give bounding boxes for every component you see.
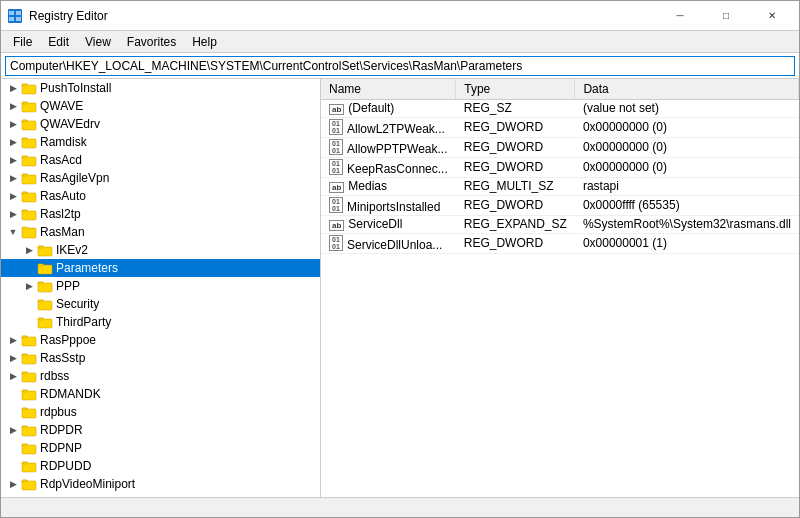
svg-rect-24 xyxy=(22,444,27,446)
column-header-type[interactable]: Type xyxy=(456,79,575,99)
menu-item-edit[interactable]: Edit xyxy=(40,33,77,51)
column-header-name[interactable]: Name xyxy=(321,79,456,99)
expand-arrow-pushtoinstall[interactable]: ▶ xyxy=(5,80,21,96)
expand-arrow-thirdparty[interactable] xyxy=(21,314,37,330)
table-row[interactable]: 0101AllowPPTPWeak...REG_DWORD0x00000000 … xyxy=(321,137,799,157)
cell-type-4: REG_MULTI_SZ xyxy=(456,177,575,195)
tree-item-rdbss[interactable]: ▶rdbss xyxy=(1,367,320,385)
menu-item-view[interactable]: View xyxy=(77,33,119,51)
expand-arrow-rasagilevpn[interactable]: ▶ xyxy=(5,170,21,186)
tree-label-qwavedrv: QWAVEdrv xyxy=(40,117,100,131)
ab-icon: ab xyxy=(329,220,344,231)
tree-label-rdpnp: RDPNP xyxy=(40,441,82,455)
table-row[interactable]: 0101KeepRasConnec...REG_DWORD0x00000000 … xyxy=(321,157,799,177)
table-row[interactable]: 0101MiniportsInstalledREG_DWORD0x0000fff… xyxy=(321,195,799,215)
tree-item-rasauto[interactable]: ▶RasAuto xyxy=(1,187,320,205)
tree-item-ikev2[interactable]: ▶IKEv2 xyxy=(1,241,320,259)
expand-arrow-rassstp[interactable]: ▶ xyxy=(5,350,21,366)
table-row[interactable]: 0101ServiceDllUnloa...REG_DWORD0x0000000… xyxy=(321,233,799,253)
tree-item-rasl2tp[interactable]: ▶Rasl2tp xyxy=(1,205,320,223)
main-content: ▶PushToInstall▶QWAVE▶QWAVEdrv▶Ramdisk▶Ra… xyxy=(1,79,799,497)
tree-item-ramdisk[interactable]: ▶Ramdisk xyxy=(1,133,320,151)
expand-arrow-parameters[interactable] xyxy=(21,260,37,276)
expand-arrow-rasauto[interactable]: ▶ xyxy=(5,188,21,204)
tree-item-security[interactable]: Security xyxy=(1,295,320,313)
num-icon: 0101 xyxy=(329,119,343,135)
cell-data-5: 0x0000ffff (65535) xyxy=(575,195,799,215)
tree-label-raspppoe: RasPppoe xyxy=(40,333,96,347)
tree-item-raspppoe[interactable]: ▶RasPppoe xyxy=(1,331,320,349)
folder-icon-rdpdr xyxy=(21,423,37,437)
maximize-button[interactable]: □ xyxy=(703,1,749,31)
expand-arrow-rdyboost[interactable]: ▶ xyxy=(5,494,21,497)
tree-item-rasacd[interactable]: ▶RasAcd xyxy=(1,151,320,169)
folder-icon-rassstp xyxy=(21,351,37,365)
svg-rect-22 xyxy=(22,408,27,410)
tree-item-qwave[interactable]: ▶QWAVE xyxy=(1,97,320,115)
expand-arrow-rdpdr[interactable]: ▶ xyxy=(5,422,21,438)
tree-label-rasl2tp: Rasl2tp xyxy=(40,207,81,221)
expand-arrow-qwave[interactable]: ▶ xyxy=(5,98,21,114)
tree-item-qwavedrv[interactable]: ▶QWAVEdrv xyxy=(1,115,320,133)
title-bar-left: Registry Editor xyxy=(7,8,108,24)
folder-icon-rasl2tp xyxy=(21,207,37,221)
tree-label-rdmandk: RDMANDK xyxy=(40,387,101,401)
tree-item-rdpvideominiport[interactable]: ▶RdpVideoMiniport xyxy=(1,475,320,493)
svg-rect-9 xyxy=(22,156,27,158)
expand-arrow-rdbss[interactable]: ▶ xyxy=(5,368,21,384)
column-header-data[interactable]: Data xyxy=(575,79,799,99)
tree-item-parameters[interactable]: Parameters xyxy=(1,259,320,277)
app-icon xyxy=(7,8,23,24)
svg-rect-13 xyxy=(38,246,43,248)
svg-rect-3 xyxy=(9,17,14,21)
ab-icon: ab xyxy=(329,104,344,115)
tree-item-rdpudd[interactable]: RDPUDD xyxy=(1,457,320,475)
tree-item-thirdparty[interactable]: ThirdParty xyxy=(1,313,320,331)
svg-rect-19 xyxy=(22,354,27,356)
expand-arrow-rdpvideominiport[interactable]: ▶ xyxy=(5,476,21,492)
minimize-button[interactable]: ─ xyxy=(657,1,703,31)
tree-item-ppp[interactable]: ▶PPP xyxy=(1,277,320,295)
expand-arrow-ramdisk[interactable]: ▶ xyxy=(5,134,21,150)
expand-arrow-ppp[interactable]: ▶ xyxy=(21,278,37,294)
expand-arrow-rdmandk[interactable] xyxy=(5,386,21,402)
tree-item-rdpnp[interactable]: RDPNP xyxy=(1,439,320,457)
tree-item-rdpbus[interactable]: rdpbus xyxy=(1,403,320,421)
table-row[interactable]: ab(Default)REG_SZ(value not set) xyxy=(321,99,799,117)
expand-arrow-rdpbus[interactable] xyxy=(5,404,21,420)
expand-arrow-rdpnp[interactable] xyxy=(5,440,21,456)
tree-item-rdmandk[interactable]: RDMANDK xyxy=(1,385,320,403)
cell-name-0: ab(Default) xyxy=(321,99,456,117)
close-button[interactable]: ✕ xyxy=(749,1,795,31)
expand-arrow-qwavedrv[interactable]: ▶ xyxy=(5,116,21,132)
cell-name-5: 0101MiniportsInstalled xyxy=(321,195,456,215)
expand-arrow-rasl2tp[interactable]: ▶ xyxy=(5,206,21,222)
tree-item-rdpdr[interactable]: ▶RDPDR xyxy=(1,421,320,439)
menu-item-help[interactable]: Help xyxy=(184,33,225,51)
table-row[interactable]: abMediasREG_MULTI_SZrastapi xyxy=(321,177,799,195)
table-row[interactable]: 0101AllowL2TPWeak...REG_DWORD0x00000000 … xyxy=(321,117,799,137)
svg-rect-1 xyxy=(9,11,14,15)
cell-name-7: 0101ServiceDllUnloa... xyxy=(321,233,456,253)
address-bar xyxy=(1,53,799,79)
tree-item-pushtoinstall[interactable]: ▶PushToInstall xyxy=(1,79,320,97)
tree-item-rasagilevpn[interactable]: ▶RasAgileVpn xyxy=(1,169,320,187)
svg-rect-25 xyxy=(22,462,27,464)
table-row[interactable]: abServiceDllREG_EXPAND_SZ%SystemRoot%\Sy… xyxy=(321,215,799,233)
menu-item-favorites[interactable]: Favorites xyxy=(119,33,184,51)
expand-arrow-rasman[interactable]: ▼ xyxy=(5,224,21,240)
tree-item-rdyboost[interactable]: ▶rdyboost xyxy=(1,493,320,497)
cell-data-1: 0x00000000 (0) xyxy=(575,117,799,137)
tree-item-rasman[interactable]: ▼RasMan xyxy=(1,223,320,241)
expand-arrow-ikev2[interactable]: ▶ xyxy=(21,242,37,258)
expand-arrow-raspppoe[interactable]: ▶ xyxy=(5,332,21,348)
expand-arrow-rdpudd[interactable] xyxy=(5,458,21,474)
svg-rect-7 xyxy=(22,120,27,122)
address-input[interactable] xyxy=(5,56,795,76)
expand-arrow-security[interactable] xyxy=(21,296,37,312)
cell-data-4: rastapi xyxy=(575,177,799,195)
tree-item-rassstp[interactable]: ▶RasSstp xyxy=(1,349,320,367)
cell-data-3: 0x00000000 (0) xyxy=(575,157,799,177)
expand-arrow-rasacd[interactable]: ▶ xyxy=(5,152,21,168)
menu-item-file[interactable]: File xyxy=(5,33,40,51)
